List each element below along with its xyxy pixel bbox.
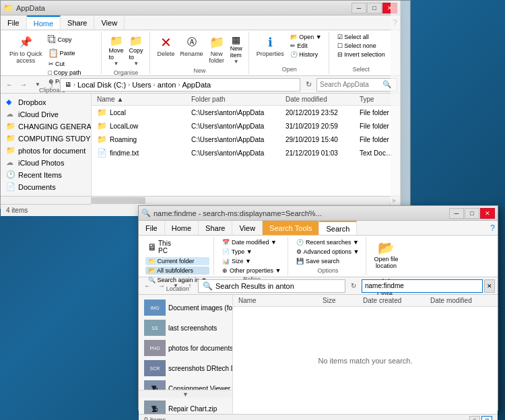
main-search-box[interactable]: 🔍 [316, 78, 397, 92]
search-tab-file[interactable]: File [139, 221, 165, 235]
copy-path-button[interactable]: □ Copy path [46, 69, 97, 77]
sidebar-item-photos-docs[interactable]: photos for document [1, 145, 91, 157]
copy-button[interactable]: ⿻ Copy [46, 33, 97, 46]
search-recent-locs-button[interactable]: ▼ [170, 280, 182, 292]
search-address-path[interactable]: 🔍 Search Results in anton [198, 279, 345, 293]
search-up-button[interactable]: ↑ [184, 280, 196, 292]
search-query-box[interactable] [362, 279, 483, 293]
open-button[interactable]: 📂 Open ▼ [288, 33, 325, 41]
sidebar-item-dropbox[interactable]: Dropbox [1, 96, 91, 108]
forward-button[interactable]: → [18, 79, 30, 91]
path-users[interactable]: Users [132, 81, 152, 89]
h-scroll-track[interactable] [92, 197, 389, 205]
copy-to-button[interactable]: 📁 Copyto ▼ [127, 33, 145, 68]
move-to-button[interactable]: 📁 Moveto ▼ [107, 33, 126, 68]
col-header-path[interactable]: Folder path [189, 96, 283, 103]
back-button[interactable]: ← [3, 79, 15, 91]
search-tab-share[interactable]: Share [199, 221, 232, 235]
recent-searches-button[interactable]: 🕐 Recent searches ▼ [294, 238, 362, 246]
history-button[interactable]: 🕐 History [288, 50, 325, 59]
path-appdata[interactable]: AppData [182, 81, 211, 89]
minimize-button[interactable]: ─ [351, 3, 366, 13]
search-col-date-modified[interactable]: Date modified [428, 297, 495, 304]
tab-home[interactable]: Home [27, 15, 61, 30]
invert-selection-button[interactable]: ⊟ Invert selection [335, 50, 388, 59]
search-col-date-created[interactable]: Date created [360, 297, 428, 304]
up-button[interactable]: ↑ [46, 79, 58, 91]
search-minimize-button[interactable]: ─ [449, 208, 464, 219]
details-view-button[interactable]: ⊞ [481, 416, 492, 421]
path-anton[interactable]: anton [158, 81, 176, 89]
advanced-options-button[interactable]: ⚙ Advanced options ▼ [294, 248, 362, 256]
list-view-button[interactable]: ≡ [469, 416, 480, 421]
pin-to-quick-button[interactable]: Pin to Quickaccess [7, 33, 44, 65]
edit-button[interactable]: ✏ Edit [288, 42, 325, 50]
maximize-button[interactable]: □ [367, 3, 382, 13]
search-sidebar-item-last-screenshots[interactable]: SS last screenshots [139, 318, 232, 338]
main-scrollbar[interactable]: ► [1, 196, 400, 204]
col-header-date[interactable]: Date modified [283, 96, 357, 103]
address-path[interactable]: 🖥 › Local Disk (C:) › Users › anton › Ap… [60, 78, 300, 92]
refresh-button[interactable]: ↻ [302, 79, 314, 91]
other-properties-button[interactable]: ⊕ Other properties ▼ [220, 267, 283, 275]
delete-button[interactable]: ✕ Delete [156, 33, 177, 59]
search-tab-home[interactable]: Home [165, 221, 199, 235]
main-search-input[interactable] [320, 81, 380, 88]
sidebar-item-recent[interactable]: Recent Items [1, 169, 91, 181]
search-refresh-button[interactable]: ↻ [347, 280, 360, 292]
properties-button[interactable]: ℹ Properties [255, 33, 286, 59]
search-col-size[interactable]: Size [320, 297, 360, 304]
search-tab-search[interactable]: Search [319, 221, 357, 235]
search-sidebar-item-repair-chart[interactable]: 🗜 Repair Chart.zip [139, 398, 232, 414]
all-subfolders-button[interactable]: 📂 All subfolders [145, 267, 209, 275]
col-header-name[interactable]: Name ▲ [94, 96, 189, 103]
sidebar-scroll-down[interactable]: ▼ [182, 391, 189, 398]
file-row-locallow[interactable]: LocalLow C:\Users\anton\AppData 31/10/20… [92, 119, 400, 133]
sidebar-item-changing-general[interactable]: CHANGING GENERAL [1, 120, 91, 133]
cut-button[interactable]: ✂ Cut [46, 60, 97, 68]
search-col-name[interactable]: Name [236, 297, 320, 304]
select-none-button[interactable]: ☐ Select none [335, 42, 388, 50]
search-maximize-button[interactable]: □ [465, 208, 479, 219]
sidebar-scrollbar[interactable]: ▼ [139, 390, 233, 398]
save-search-button[interactable]: 💾 Save search [294, 257, 362, 265]
file-row-local[interactable]: Local C:\Users\anton\AppData 20/12/2019 … [92, 106, 400, 119]
path-local-disk[interactable]: Local Disk (C:) [77, 81, 126, 89]
type-button[interactable]: 📄 Type ▼ [220, 248, 283, 256]
file-row-roaming[interactable]: Roaming C:\Users\anton\AppData 29/10/201… [92, 133, 400, 146]
new-item-button[interactable]: ▦ Newitem ▼ [228, 33, 244, 66]
path-this-pc[interactable]: 🖥 [65, 81, 71, 88]
search-file-area: Name Size Date created Date modified No … [233, 295, 498, 414]
h-scroll-thumb[interactable] [92, 197, 145, 204]
paste-button[interactable]: 📋 Paste [46, 46, 97, 59]
search-forward-button[interactable]: → [156, 280, 168, 292]
select-all-button[interactable]: ☑ Select all [335, 33, 388, 41]
tab-share[interactable]: Share [61, 15, 94, 30]
current-folder-button[interactable]: 📁 Current folder [145, 257, 209, 265]
search-ribbon-actions: 📂 Open filelocation ✕ Closesearch [368, 237, 404, 275]
file-row-findme[interactable]: findme.txt C:\Users\anton\AppData 21/12/… [92, 146, 400, 160]
search-sidebar-item-screenshots-drtech[interactable]: SCR screenshots DRtech DOM [139, 358, 232, 378]
recent-locations-button[interactable]: ▼ [32, 79, 44, 91]
sidebar-item-icloud-photos[interactable]: iCloud Photos [1, 157, 91, 169]
search-back-button[interactable]: ← [141, 280, 154, 292]
date-modified-button[interactable]: 📅 Date modified ▼ [220, 238, 283, 246]
search-sidebar-item-docimages[interactable]: IMG Document images (for n [139, 298, 232, 318]
sidebar-item-downloads[interactable]: Downloads [1, 193, 91, 196]
sidebar-item-documents[interactable]: Documents [1, 181, 91, 193]
rename-button[interactable]: Ⓐ Rename [178, 33, 205, 59]
sidebar-item-computing-study[interactable]: COMPUTING STUDY [1, 133, 91, 145]
search-clear-button[interactable]: ✕ [484, 279, 495, 293]
search-close-button[interactable]: ✕ [480, 208, 495, 219]
search-tab-view[interactable]: View [232, 221, 263, 235]
tab-file[interactable]: File [1, 15, 27, 30]
open-file-location-button[interactable]: 📂 Open filelocation [372, 238, 400, 271]
search-sidebar-item-photos-docs[interactable]: PHO photos for documents d [139, 338, 232, 358]
new-folder-button[interactable]: 📁 Newfolder [207, 33, 227, 65]
this-pc-button[interactable]: 🖥 ThisPC [145, 238, 209, 256]
search-query-input[interactable] [365, 282, 479, 289]
tab-view[interactable]: View [94, 15, 125, 30]
size-button[interactable]: 📊 Size ▼ [220, 257, 283, 265]
sidebar-item-icloud-drive[interactable]: iCloud Drive [1, 108, 91, 120]
search-help-icon[interactable]: ? [490, 223, 495, 233]
